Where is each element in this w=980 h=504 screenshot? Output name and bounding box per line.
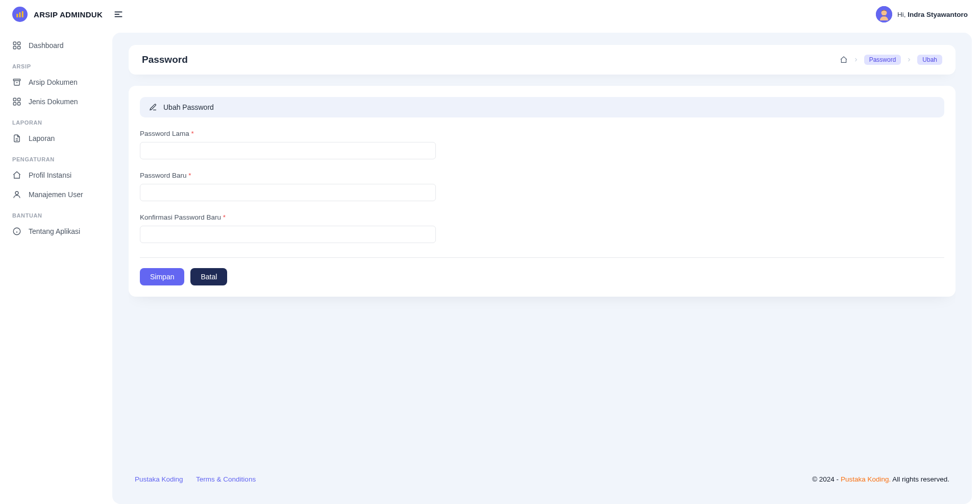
svg-rect-1 (19, 12, 21, 17)
page-title: Password (142, 54, 188, 65)
sidebar-section-bantuan: BANTUAN (5, 204, 107, 222)
dashboard-icon (12, 41, 21, 50)
divider (140, 257, 944, 258)
confirm-password-label: Konfirmasi Password Baru * (140, 213, 226, 221)
footer-link-terms[interactable]: Terms & Conditions (196, 475, 256, 483)
grid-icon (12, 97, 21, 106)
page-header: Password Password Ubah (129, 45, 955, 75)
new-password-label: Password Baru * (140, 172, 191, 179)
sidebar-item-arsip-dokumen[interactable]: Arsip Dokumen (5, 73, 107, 92)
svg-rect-11 (18, 46, 20, 49)
info-icon (12, 227, 21, 236)
cancel-button[interactable]: Batal (190, 268, 227, 285)
footer-link-pustaka-koding[interactable]: Pustaka Koding (135, 475, 183, 483)
svg-rect-17 (18, 103, 20, 105)
svg-rect-2 (22, 11, 23, 17)
old-password-label: Password Lama * (140, 130, 194, 137)
sidebar-section-arsip: ARSIP (5, 55, 107, 73)
archive-icon (12, 78, 21, 87)
sidebar-item-laporan[interactable]: Laporan (5, 129, 107, 148)
label-text: Password Lama (140, 130, 191, 137)
report-icon (12, 134, 21, 143)
svg-rect-10 (13, 46, 16, 49)
svg-rect-0 (16, 14, 18, 17)
sidebar-item-label: Laporan (29, 134, 55, 142)
copyright-prefix: © 2024 - (812, 475, 841, 483)
breadcrumb-level-2[interactable]: Ubah (917, 55, 942, 65)
sidebar-item-label: Dashboard (29, 41, 64, 50)
archive-logo-icon (15, 10, 24, 19)
svg-point-20 (15, 191, 18, 195)
sidebar-item-tentang-aplikasi[interactable]: Tentang Aplikasi (5, 222, 107, 241)
sidebar-section-pengaturan: PENGATURAN (5, 148, 107, 165)
copyright-suffix: All rights reserved. (891, 475, 949, 483)
sidebar-item-label: Jenis Dokumen (29, 98, 78, 106)
footer-copyright: © 2024 - Pustaka Koding. All rights rese… (812, 475, 949, 483)
user-menu[interactable]: Hi, Indra Styawantoro (876, 6, 968, 22)
svg-rect-9 (18, 42, 20, 44)
breadcrumb: Password Ubah (840, 55, 942, 65)
old-password-input[interactable] (140, 142, 436, 159)
label-text: Password Baru (140, 172, 188, 179)
greeting-username: Indra Styawantoro (908, 11, 968, 18)
edit-icon (149, 103, 157, 111)
svg-rect-12 (13, 79, 20, 81)
svg-rect-8 (13, 42, 16, 44)
breadcrumb-home[interactable] (840, 56, 848, 64)
svg-rect-16 (13, 103, 16, 105)
footer: Pustaka Koding Terms & Conditions © 2024… (129, 466, 955, 492)
user-icon (12, 190, 21, 199)
card-subheader-text: Ubah Password (163, 103, 214, 111)
chevron-right-icon (906, 57, 912, 63)
save-button[interactable]: Simpan (140, 268, 184, 285)
sidebar-item-manajemen-user[interactable]: Manajemen User (5, 185, 107, 204)
brand-title[interactable]: ARSIP ADMINDUK (34, 10, 103, 19)
menu-toggle-icon (113, 9, 124, 20)
breadcrumb-level-1[interactable]: Password (864, 55, 901, 65)
svg-rect-14 (13, 98, 16, 101)
required-mark: * (191, 130, 194, 137)
sidebar-item-profil-instansi[interactable]: Profil Instansi (5, 165, 107, 185)
sidebar-item-jenis-dokumen[interactable]: Jenis Dokumen (5, 92, 107, 111)
required-mark: * (223, 213, 226, 221)
brand-logo[interactable] (12, 7, 28, 22)
copyright-brand[interactable]: Pustaka Koding. (841, 475, 891, 483)
sidebar-item-dashboard[interactable]: Dashboard (5, 36, 107, 55)
home-icon (840, 56, 848, 64)
card-subheader: Ubah Password (140, 97, 944, 117)
avatar (876, 6, 892, 22)
chevron-right-icon (853, 57, 859, 63)
home-icon (12, 171, 21, 180)
sidebar-section-laporan: LAPORAN (5, 111, 107, 129)
required-mark: * (188, 172, 191, 179)
sidebar-item-label: Tentang Aplikasi (29, 227, 80, 235)
avatar-icon (876, 6, 892, 22)
sidebar-item-label: Profil Instansi (29, 171, 71, 179)
sidebar-item-label: Arsip Dokumen (29, 78, 78, 86)
greeting-prefix: Hi, (897, 11, 908, 18)
greeting-text: Hi, Indra Styawantoro (897, 11, 968, 18)
svg-rect-15 (18, 98, 20, 101)
sidebar: Dashboard ARSIP Arsip Dokumen Jenis Doku… (0, 29, 112, 504)
label-text: Konfirmasi Password Baru (140, 213, 223, 221)
password-form-card: Ubah Password Password Lama * Password B… (129, 86, 955, 297)
confirm-password-input[interactable] (140, 226, 436, 243)
menu-toggle-button[interactable] (113, 9, 124, 20)
sidebar-item-label: Manajemen User (29, 190, 83, 199)
new-password-input[interactable] (140, 184, 436, 201)
